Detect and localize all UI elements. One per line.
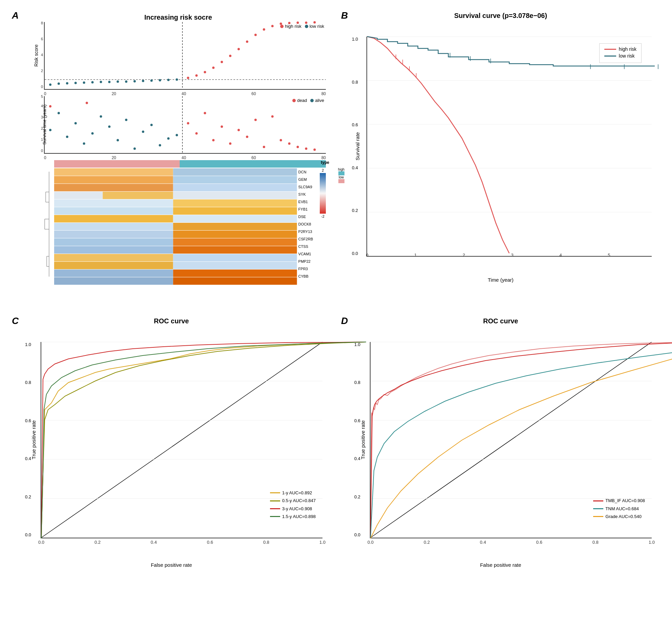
- svg-point-60: [167, 137, 170, 140]
- svg-point-33: [271, 25, 274, 27]
- panel-c: C ROC curve True positive rate 1.0 0.8 0…: [7, 312, 336, 618]
- colorscale-bar: 2 -2: [320, 168, 326, 285]
- svg-rect-96: [54, 192, 103, 199]
- gene-fpr3: FPR3: [298, 265, 313, 273]
- alive-label: alive: [315, 98, 324, 103]
- svg-point-15: [117, 81, 119, 83]
- gene-csf2rb: CSF2RB: [298, 235, 313, 243]
- svg-point-20: [159, 79, 161, 82]
- panel-c-title: ROC curve: [154, 317, 189, 325]
- svg-point-18: [142, 80, 144, 82]
- heatmap-container: type high low: [44, 160, 326, 309]
- gene-p2ry13: P2RY13: [298, 228, 313, 235]
- svg-text:5: 5: [608, 253, 610, 258]
- svg-point-50: [83, 143, 85, 145]
- roc-d-legend-tnm: TNM AUC=0.684: [593, 505, 645, 513]
- surv-high-risk-line: [604, 49, 616, 50]
- panel-d-title: ROC curve: [483, 317, 518, 325]
- svg-text:5: 5: [41, 94, 43, 99]
- svg-text:1.0: 1.0: [319, 540, 326, 545]
- risk-score-ylabel: Risk score: [33, 44, 39, 66]
- svg-point-68: [221, 126, 223, 128]
- svg-point-64: [187, 122, 189, 125]
- roc-d-legend: TMB_IF AUC=0.908 TNM AUC=0.684 Grade AUC…: [593, 497, 645, 520]
- low-risk-label: low risk: [310, 24, 324, 29]
- heatmap-row-p2ry13: [54, 231, 297, 238]
- svg-rect-119: [54, 277, 173, 285]
- roc-c-xlabel: False positive rate: [10, 562, 333, 568]
- panel-a-title: Increasing risk socre: [24, 14, 333, 21]
- type-bar-high: [54, 160, 180, 168]
- svg-rect-103: [54, 215, 173, 222]
- surv-x-ticks: 0 20 40 60 80: [44, 155, 326, 160]
- svg-rect-93: [173, 176, 297, 184]
- svg-point-57: [142, 131, 144, 133]
- dendrogram-svg: [44, 168, 54, 280]
- svg-text:0: 0: [41, 149, 43, 153]
- svg-rect-97: [103, 192, 173, 199]
- surv-high-risk-label: high risk: [619, 46, 636, 52]
- svg-text:4: 4: [41, 53, 43, 57]
- svg-text:0.2: 0.2: [94, 540, 100, 545]
- risk-plot-legend: high risk low risk: [280, 24, 324, 29]
- svg-point-65: [195, 132, 198, 135]
- svg-rect-112: [173, 246, 297, 254]
- svg-point-53: [108, 126, 111, 128]
- gene-evb1: EVB1: [298, 198, 313, 206]
- roc-c-legend-3y: 3-y AUC=0.908: [270, 505, 316, 513]
- svg-rect-114: [173, 254, 297, 261]
- roc-c-legend-15y: 1.5-y AUC=0.898: [270, 513, 316, 520]
- svg-point-49: [74, 122, 77, 125]
- svg-rect-120: [173, 277, 297, 285]
- svg-text:0.6: 0.6: [536, 540, 542, 545]
- svg-point-67: [212, 139, 215, 142]
- svg-rect-121: [320, 173, 326, 214]
- svg-rect-102: [173, 207, 297, 215]
- panel-c-label: C: [12, 316, 19, 326]
- svg-rect-109: [54, 238, 173, 246]
- panel-b: B Survival curve (p=3.078e−06) Survival …: [336, 7, 665, 312]
- svg-point-32: [263, 28, 265, 31]
- high-risk-label: high risk: [285, 24, 301, 29]
- heatmap-row-cybb: [54, 277, 297, 285]
- svg-point-62: [49, 105, 51, 108]
- surv-low-risk-label: low risk: [619, 53, 635, 59]
- panel-b-label: B: [341, 10, 348, 21]
- svg-point-72: [254, 119, 257, 121]
- svg-text:0.8: 0.8: [263, 540, 269, 545]
- roc-c-05y-line: [270, 500, 280, 501]
- svg-rect-116: [173, 262, 297, 269]
- svg-point-70: [238, 129, 240, 131]
- svg-text:4: 4: [559, 253, 562, 258]
- svg-text:0: 0: [41, 85, 43, 89]
- svg-point-28: [229, 55, 231, 57]
- svg-point-17: [133, 80, 136, 83]
- heatmap-row-dock8: [54, 223, 297, 230]
- svg-text:8: 8: [41, 21, 43, 25]
- heatmap-row-dse: [54, 215, 297, 222]
- survival-legend: high risk low risk: [599, 43, 642, 63]
- svg-rect-115: [54, 262, 173, 269]
- gene-labels: DCN GEM SLC9A9 SYK EVB1 FYB1 DSE DOCK8 P…: [297, 168, 313, 285]
- svg-rect-117: [54, 270, 173, 277]
- roc-c-legend-1y: 1-y AUC=0.892: [270, 489, 316, 497]
- svg-point-54: [117, 139, 119, 142]
- heatmap-row-evb1: [54, 199, 297, 207]
- svg-point-59: [159, 144, 161, 147]
- risk-score-svg: 0 2 4 6 8: [45, 22, 326, 89]
- risk-x-ticks: 0 20 40 60 80: [44, 91, 326, 96]
- svg-text:2: 2: [463, 253, 465, 258]
- svg-text:0.4: 0.4: [151, 540, 157, 545]
- svg-point-73: [263, 146, 265, 148]
- svg-point-11: [83, 82, 85, 84]
- roc-d-tnm-line: [593, 508, 603, 509]
- svg-rect-104: [173, 215, 297, 222]
- gene-gem: GEM: [298, 176, 313, 183]
- svg-point-26: [212, 67, 215, 69]
- roc-d-legend-grade: Grade AUC=0.540: [593, 513, 645, 520]
- svg-text:1.0: 1.0: [649, 540, 655, 545]
- svg-rect-94: [54, 184, 173, 191]
- roc-d-container: True positive rate 1.0 0.8 0.6 0.4 0.2 0…: [370, 342, 652, 538]
- svg-point-77: [296, 146, 299, 148]
- gene-dse: DSE: [298, 213, 313, 220]
